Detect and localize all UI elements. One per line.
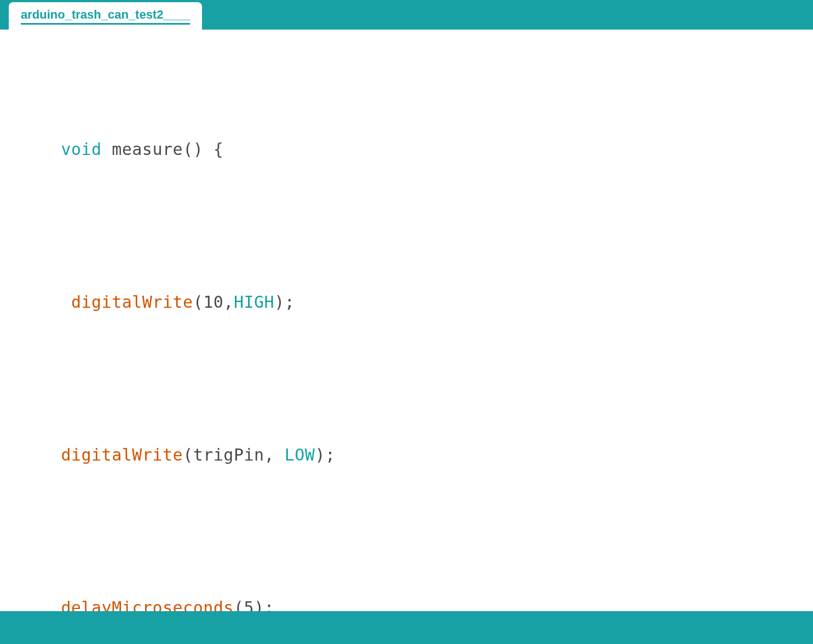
code-line: digitalWrite(10,HIGH);	[0, 264, 813, 341]
tab-bar: arduino_trash_can_test2____	[0, 0, 813, 30]
code-line: void measure() {	[0, 112, 813, 188]
status-bar	[0, 611, 813, 644]
tab-active[interactable]: arduino_trash_can_test2____	[9, 2, 202, 30]
tab-label: arduino_trash_can_test2____	[21, 8, 190, 25]
code-editor[interactable]: void measure() { digitalWrite(10,HIGH); …	[0, 30, 813, 644]
code-line: digitalWrite(trigPin, LOW);	[0, 417, 813, 494]
